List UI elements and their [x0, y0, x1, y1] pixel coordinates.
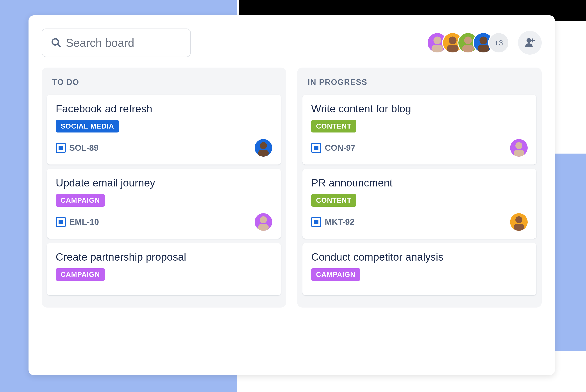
svg-rect-3	[432, 45, 443, 52]
columns: TO DO Facebook ad refresh SOCIAL MEDIA S…	[42, 68, 542, 308]
assignee-avatar[interactable]	[255, 139, 272, 156]
card-key: MKT-92	[311, 217, 354, 227]
issue-type-icon	[56, 143, 66, 153]
card-key: CON-97	[311, 143, 355, 153]
issue-type-icon	[311, 143, 321, 153]
card-footer: MKT-92	[311, 213, 528, 231]
svg-point-10	[527, 38, 531, 43]
add-user-icon	[524, 37, 536, 49]
card[interactable]: Facebook ad refresh SOCIAL MEDIA SOL-89	[47, 95, 281, 164]
board-window: +3 TO DO Facebook ad refresh SOCIAL MEDI…	[28, 15, 555, 375]
add-user-button[interactable]	[518, 31, 542, 54]
svg-rect-14	[258, 224, 269, 231]
right-cluster: +3	[427, 31, 542, 54]
svg-rect-7	[462, 45, 474, 52]
svg-rect-9	[478, 45, 489, 52]
svg-point-11	[260, 142, 267, 149]
card-tag: SOCIAL MEDIA	[56, 120, 119, 132]
column-header: IN PROGRESS	[302, 76, 537, 95]
avatar-stack[interactable]: +3	[427, 32, 509, 53]
card-key-text: CON-97	[325, 143, 355, 153]
card[interactable]: Create partnership proposal CAMPAIGN	[47, 243, 281, 295]
search-box[interactable]	[42, 28, 191, 57]
card-footer: CON-97	[311, 139, 528, 156]
avatar-more[interactable]: +3	[488, 32, 509, 53]
svg-point-4	[449, 36, 456, 44]
svg-line-1	[57, 44, 60, 47]
assignee-avatar[interactable]	[510, 213, 528, 231]
assignee-avatar[interactable]	[510, 139, 528, 156]
card-tag: CAMPAIGN	[56, 268, 105, 281]
svg-rect-5	[447, 45, 459, 52]
svg-point-6	[464, 36, 472, 44]
card-footer: EML-10	[56, 213, 272, 231]
card-title: PR announcment	[311, 177, 528, 189]
card[interactable]: Write content for blog CONTENT CON-97	[302, 95, 537, 164]
card-title: Update email journey	[56, 177, 272, 189]
svg-point-15	[515, 142, 522, 149]
card[interactable]: PR announcment CONTENT MKT-92	[302, 169, 537, 239]
card-key: SOL-89	[56, 143, 98, 153]
card-key-text: MKT-92	[325, 218, 354, 227]
card-tag: CAMPAIGN	[56, 194, 105, 207]
search-input[interactable]	[66, 36, 209, 49]
issue-type-icon	[56, 217, 66, 227]
assignee-avatar[interactable]	[255, 213, 272, 231]
card-tag: CONTENT	[311, 120, 356, 132]
card-title: Facebook ad refresh	[56, 103, 272, 115]
card-key: EML-10	[56, 217, 99, 227]
card[interactable]: Update email journey CAMPAIGN EML-10	[47, 169, 281, 239]
card-title: Conduct competitor analysis	[311, 251, 528, 263]
issue-type-icon	[311, 217, 321, 227]
top-bar: +3	[42, 28, 542, 57]
card-key-text: SOL-89	[69, 143, 98, 153]
column-in-progress: IN PROGRESS Write content for blog CONTE…	[297, 68, 542, 308]
card-title: Write content for blog	[311, 103, 528, 115]
svg-point-13	[260, 216, 267, 223]
svg-rect-12	[258, 150, 269, 156]
card-tag: CAMPAIGN	[311, 268, 360, 281]
card-tag: CONTENT	[311, 194, 356, 207]
card-footer: SOL-89	[56, 139, 272, 156]
svg-rect-18	[514, 224, 524, 231]
column-header: TO DO	[47, 76, 281, 95]
svg-rect-16	[514, 150, 524, 156]
card[interactable]: Conduct competitor analysis CAMPAIGN	[302, 243, 537, 295]
svg-point-8	[479, 36, 487, 44]
column-todo: TO DO Facebook ad refresh SOCIAL MEDIA S…	[42, 68, 286, 308]
search-icon	[51, 38, 61, 48]
svg-point-2	[433, 36, 441, 44]
card-title: Create partnership proposal	[56, 251, 272, 263]
svg-point-17	[515, 216, 522, 223]
card-key-text: EML-10	[69, 218, 99, 227]
